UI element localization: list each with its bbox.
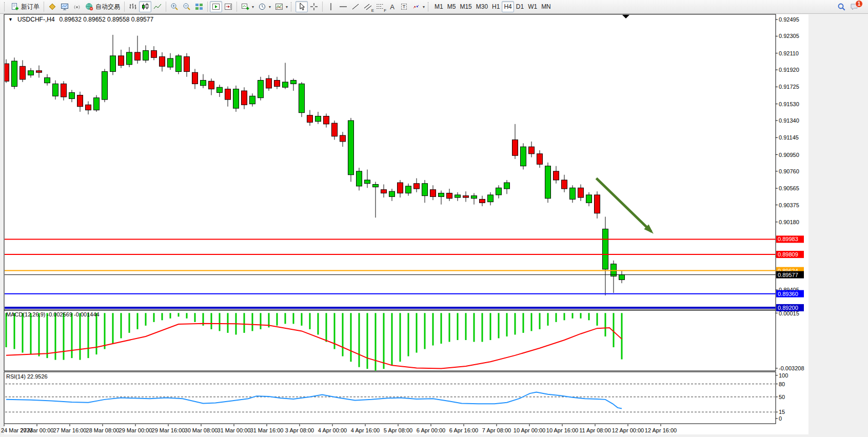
- toolbar-grip[interactable]: [428, 2, 430, 11]
- svg-text:3 Apr 08:00: 3 Apr 08:00: [285, 427, 314, 433]
- svg-text:6 Apr 16:00: 6 Apr 16:00: [449, 427, 478, 433]
- chart-shift-button[interactable]: [222, 1, 234, 12]
- zoom-in-icon: [170, 3, 179, 11]
- timeframe-m1-button[interactable]: M1: [432, 1, 445, 12]
- line-chart-mode-button[interactable]: [151, 1, 164, 12]
- svg-text:0.91145: 0.91145: [779, 134, 799, 141]
- svg-text:0.00015: 0.00015: [779, 310, 799, 316]
- horizontal-line-tool-button[interactable]: [337, 1, 349, 12]
- autotrading-button[interactable]: 自动交易: [83, 1, 122, 12]
- svg-text:0.91920: 0.91920: [779, 67, 799, 73]
- crosshair-tool-button[interactable]: [308, 1, 320, 12]
- toolbar-grip[interactable]: [4, 2, 6, 11]
- svg-text:31 Mar 00:00: 31 Mar 00:00: [218, 427, 251, 433]
- text-label-icon: T: [401, 4, 407, 10]
- svg-text:11 Apr 08:00: 11 Apr 08:00: [579, 427, 611, 433]
- candlestick-mode-button[interactable]: [139, 1, 151, 12]
- timeframe-m5-button[interactable]: M5: [445, 1, 458, 12]
- timeframe-label: D1: [516, 3, 524, 10]
- timeframe-mn-button[interactable]: MN: [539, 1, 553, 12]
- svg-text:28 Mar 08:00: 28 Mar 08:00: [86, 427, 120, 433]
- zoom-in-button[interactable]: [168, 1, 181, 12]
- timeframe-label: MN: [541, 3, 551, 10]
- indicators-icon: [241, 3, 249, 11]
- svg-text:0.91725: 0.91725: [779, 84, 799, 90]
- svg-text:0.90180: 0.90180: [779, 219, 799, 225]
- svg-text:0.92495: 0.92495: [779, 16, 799, 23]
- channel-tool-button[interactable]: E: [362, 1, 374, 12]
- timeframe-label: M30: [476, 3, 488, 10]
- text-label-tool-button[interactable]: T: [398, 1, 410, 12]
- chevron-down-icon: ▾: [286, 5, 288, 9]
- vertical-line-tool-button[interactable]: [325, 1, 337, 12]
- timeframe-h4-button[interactable]: H4: [502, 1, 514, 12]
- svg-text:15: 15: [779, 409, 785, 415]
- timeframe-d1-button[interactable]: D1: [514, 1, 526, 12]
- chevron-down-icon: ▾: [269, 5, 271, 9]
- timeframe-label: W1: [528, 3, 537, 10]
- new-order-button[interactable]: 新订单: [9, 1, 42, 12]
- svg-text:30 Mar 08:00: 30 Mar 08:00: [185, 427, 218, 433]
- zoom-out-button[interactable]: [181, 1, 193, 12]
- bar-chart-mode-button[interactable]: [127, 1, 139, 12]
- autotrading-globe-icon: [85, 3, 93, 11]
- svg-text:29 Mar 16:00: 29 Mar 16:00: [152, 427, 185, 433]
- timeframe-label: M15: [460, 3, 471, 10]
- indicators-button[interactable]: ▾: [239, 1, 256, 12]
- svg-text:100: 100: [779, 372, 788, 379]
- svg-text:12 Apr 16:00: 12 Apr 16:00: [645, 427, 677, 433]
- svg-text:6 Apr 00:00: 6 Apr 00:00: [417, 427, 445, 433]
- timeframe-w1-button[interactable]: W1: [526, 1, 539, 12]
- chart-canvas[interactable]: 0.924950.923050.921100.919200.917250.915…: [0, 0, 868, 437]
- line-chart-icon: [153, 3, 162, 11]
- data-window-button[interactable]: [58, 1, 71, 12]
- svg-text:0.92305: 0.92305: [779, 33, 799, 39]
- horizontal-line-icon: [339, 3, 347, 11]
- trendline-tool-button[interactable]: [349, 1, 362, 12]
- svg-text:4 Apr 16:00: 4 Apr 16:00: [351, 427, 380, 433]
- macd-label: MACD(12,26,9) -0.002569 -0.001444: [6, 311, 100, 317]
- market-watch-button[interactable]: [46, 1, 58, 12]
- arrow-objects-icon: [412, 3, 420, 11]
- toolbar-separator: [124, 2, 125, 12]
- svg-text:0.89983: 0.89983: [778, 236, 798, 242]
- cursor-tool-button[interactable]: [295, 1, 308, 12]
- trendline-icon: [351, 3, 360, 11]
- chart-shift-icon: [224, 3, 232, 11]
- notifications-button[interactable]: 1: [848, 1, 861, 12]
- text-tool-button[interactable]: A: [386, 1, 398, 12]
- fibonacci-tool-button[interactable]: F: [374, 1, 386, 12]
- chart-surface[interactable]: [4, 14, 776, 310]
- timeframe-label: H1: [492, 3, 500, 10]
- toolbar-separator: [166, 2, 166, 12]
- svg-text:31 Mar 16:00: 31 Mar 16:00: [250, 427, 284, 433]
- search-button[interactable]: [835, 1, 848, 12]
- toolbar-grip[interactable]: [291, 2, 293, 11]
- timeframe-label: M1: [435, 3, 443, 10]
- crosshair-icon: [310, 3, 318, 11]
- svg-text:-0.003208: -0.003208: [779, 365, 804, 371]
- timeframe-m15-button[interactable]: M15: [458, 1, 474, 12]
- timeframe-label: M5: [447, 3, 456, 10]
- toolbar-separator: [322, 2, 323, 12]
- timeframe-h1-button[interactable]: H1: [490, 1, 502, 12]
- auto-scroll-icon: [212, 3, 220, 11]
- zoom-out-icon: [183, 3, 191, 11]
- collapse-triangle-icon[interactable]: ▼: [8, 17, 13, 22]
- tile-windows-button[interactable]: [193, 1, 205, 12]
- signals-button[interactable]: [71, 1, 83, 12]
- arrows-tool-button[interactable]: ▾: [410, 1, 427, 12]
- notification-badge: 1: [855, 0, 863, 8]
- toolbar: 新订单 自动交易 ▾ ▾: [0, 0, 868, 14]
- svg-text:10 Apr 16:00: 10 Apr 16:00: [546, 427, 578, 433]
- svg-text:27 Mar 00:00: 27 Mar 00:00: [21, 427, 54, 433]
- svg-text:0.89360: 0.89360: [778, 291, 798, 297]
- toolbar-separator: [44, 2, 44, 12]
- templates-button[interactable]: ▾: [273, 1, 290, 12]
- timeframe-m30-button[interactable]: M30: [474, 1, 490, 12]
- periods-button[interactable]: ▾: [256, 1, 273, 12]
- auto-scroll-button[interactable]: [210, 1, 222, 12]
- svg-text:0.90950: 0.90950: [779, 152, 799, 158]
- toolbar-separator: [236, 2, 237, 12]
- tile-windows-icon: [195, 3, 203, 11]
